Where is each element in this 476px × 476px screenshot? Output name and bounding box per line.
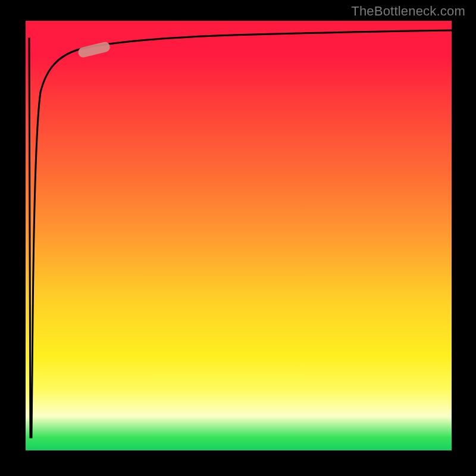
- plot-background-gradient: [26, 21, 452, 450]
- attribution-text: TheBottleneck.com: [351, 4, 465, 19]
- chart-stage: TheBottleneck.com: [0, 0, 476, 476]
